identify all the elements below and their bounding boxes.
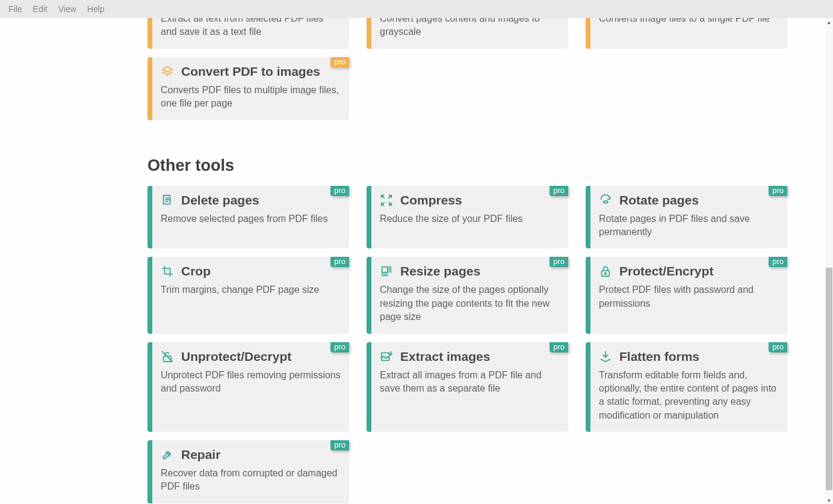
scroll-down-arrow[interactable]: ▾ <box>825 496 833 504</box>
card-desc: Change the size of the pages optionally … <box>380 283 560 324</box>
card-title: Flatten forms <box>619 349 699 364</box>
tool-card[interactable]: proDelete pagesRemove selected pages fro… <box>147 186 349 249</box>
layers-icon <box>161 65 174 78</box>
pro-badge: pro <box>330 57 349 67</box>
crop-icon <box>161 265 174 278</box>
card-title: Compress <box>400 193 462 207</box>
tool-card-pdf-to-images[interactable]: pro Convert PDF to images Converts PDF f… <box>147 57 349 120</box>
pro-badge: pro <box>550 342 568 352</box>
tool-card-grayscale[interactable]: Convert pages content and images to gray… <box>367 18 568 49</box>
tool-card[interactable]: proUnprotect/DecryptUnprotect PDF files … <box>147 342 349 432</box>
pro-badge: pro <box>550 257 568 267</box>
card-title: Resize pages <box>400 264 480 278</box>
pro-badge: pro <box>769 186 787 196</box>
card-desc: Transform editable form fields and, opti… <box>599 369 779 423</box>
card-title: Unprotect/Decrypt <box>181 349 291 364</box>
delete-page-icon <box>161 194 174 207</box>
main-viewport: Extract all text from selected PDF files… <box>0 18 833 504</box>
card-title: Extract images <box>400 349 490 364</box>
resize-icon <box>380 265 393 278</box>
pro-badge: pro <box>550 186 568 196</box>
card-desc: Rotate pages in PDF files and save perma… <box>599 212 779 239</box>
tool-card[interactable]: proRotate pagesRotate pages in PDF files… <box>586 186 787 249</box>
pro-badge: pro <box>769 257 787 267</box>
card-desc: Remove selected pages from PDF files <box>161 212 341 226</box>
pro-badge: pro <box>769 342 787 352</box>
card-desc: Recover data from corrupted or damaged P… <box>161 467 341 494</box>
card-desc: Unprotect PDF files removing permissions… <box>161 369 341 396</box>
tool-card[interactable]: proResize pagesChange the size of the pa… <box>367 257 568 333</box>
scroll-thumb[interactable] <box>826 268 832 490</box>
section-title-other-tools: Other tools <box>147 156 791 175</box>
card-title: Convert PDF to images <box>181 64 320 79</box>
compress-icon <box>380 194 393 207</box>
scroll-up-arrow[interactable]: ▴ <box>825 18 833 26</box>
card-title: Protect/Encrypt <box>619 264 713 278</box>
menu-file[interactable]: File <box>4 2 27 16</box>
flatten-icon <box>599 350 612 363</box>
vertical-scrollbar[interactable]: ▴ ▾ <box>825 18 833 504</box>
card-title: Repair <box>181 447 220 462</box>
tool-card[interactable]: proExtract imagesExtract all images from… <box>367 342 568 432</box>
card-desc: Convert pages content and images to gray… <box>380 18 560 39</box>
card-desc: Trim margins, change PDF page size <box>161 283 341 297</box>
card-desc: Protect PDF files with password and perm… <box>599 283 779 310</box>
card-title: Delete pages <box>181 193 259 207</box>
tool-card[interactable]: proFlatten formsTransform editable form … <box>586 342 787 432</box>
pro-badge: pro <box>330 440 349 450</box>
pro-badge: pro <box>330 186 349 196</box>
tool-card[interactable]: proCropTrim margins, change PDF page siz… <box>147 257 349 333</box>
card-desc: Converts PDF files to multiple image fil… <box>161 84 341 111</box>
card-desc: Extract all images from a PDF file and s… <box>380 369 560 396</box>
card-title: Crop <box>181 264 211 278</box>
tool-card[interactable]: proCompressReduce the size of your PDF f… <box>367 186 568 249</box>
pro-badge: pro <box>330 342 349 352</box>
tool-card[interactable]: proProtect/EncryptProtect PDF files with… <box>586 257 787 333</box>
tool-card[interactable]: proRepairRecover data from corrupted or … <box>147 440 349 503</box>
tool-card-images-to-pdf[interactable]: Converts image files to a single PDF fil… <box>586 18 787 49</box>
card-desc: Reduce the size of your PDF files <box>380 212 560 226</box>
rotate-icon <box>599 194 612 207</box>
menubar: File Edit View Help <box>0 0 833 18</box>
menu-help[interactable]: Help <box>82 2 110 16</box>
card-title: Rotate pages <box>619 193 699 207</box>
card-desc: Extract all text from selected PDF files… <box>161 18 341 39</box>
unlock-icon <box>161 350 174 363</box>
wrench-icon <box>161 448 174 461</box>
pro-badge: pro <box>330 257 349 267</box>
menu-edit[interactable]: Edit <box>28 2 52 16</box>
image-down-icon <box>380 350 393 363</box>
card-desc: Converts image files to a single PDF fil… <box>599 18 779 25</box>
menu-view[interactable]: View <box>54 2 81 16</box>
tool-card-extract-text[interactable]: Extract all text from selected PDF files… <box>147 18 349 49</box>
lock-icon <box>599 265 612 278</box>
